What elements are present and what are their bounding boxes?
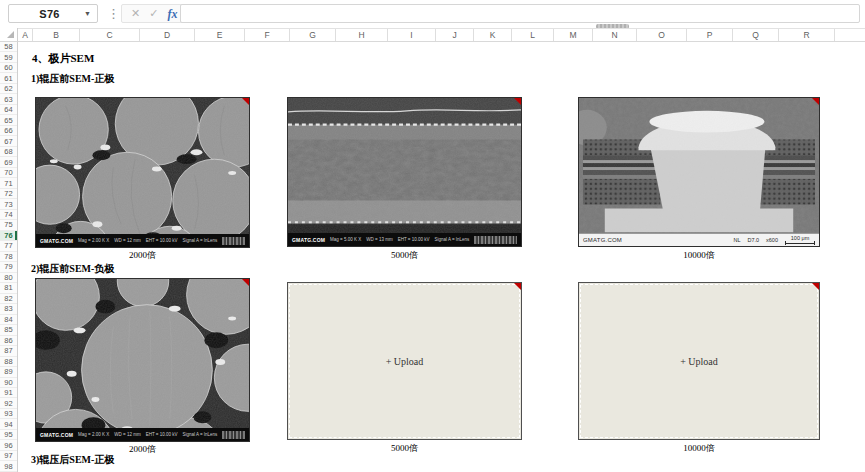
row-header[interactable]: 76 (0, 231, 17, 241)
row-header[interactable]: 64 (0, 105, 17, 115)
row-header[interactable]: 86 (0, 336, 17, 346)
caption-5000x: 5000倍 (287, 442, 522, 455)
spreadsheet-app: S76 ▼ ⋮ ✕ ✓ fx ABCDEFGHIJKLMNOPQR 585960… (0, 0, 865, 472)
watermark (222, 431, 245, 439)
row-header[interactable]: 95 (0, 430, 17, 440)
sem-image-pre-roll-positive-5000x[interactable]: GMATG.COM Mag = 5.00 K X WD = 13 mm EHT … (287, 97, 522, 247)
column-header[interactable]: A (18, 29, 33, 41)
column-header[interactable]: P (687, 29, 733, 41)
row-header[interactable]: 72 (0, 189, 17, 199)
row-header[interactable]: 92 (0, 398, 17, 408)
row-header[interactable]: 83 (0, 304, 17, 314)
column-header[interactable]: G (290, 29, 336, 41)
sem-nl-label: NL (733, 237, 740, 243)
upload-placeholder-5000x[interactable]: + Upload (287, 282, 522, 440)
row-header[interactable]: 59 (0, 52, 17, 62)
cancel-entry-button[interactable]: ✕ (131, 8, 140, 19)
row-header[interactable]: 94 (0, 419, 17, 429)
sem-image-pre-roll-negative-2000x[interactable]: GMATG.COM Mag = 2.00 K X WD = 12 mm EHT … (35, 278, 250, 442)
column-header[interactable]: N (593, 29, 637, 41)
row-headers: 5859606162636465666768697071727374757677… (0, 42, 18, 472)
row-header[interactable]: 70 (0, 168, 17, 178)
column-header[interactable]: B (33, 29, 80, 41)
column-header[interactable]: J (436, 29, 474, 41)
sem-info-bar: GMATG.COM Mag = 2.00 K X WD = 12 mm EHT … (36, 428, 249, 441)
sem-info-bar: GMATG.COM Mag = 2.00 K X WD = 12 mm EHT … (36, 234, 249, 247)
sem-wd-label: WD = 13 mm (366, 237, 392, 242)
row-header[interactable]: 60 (0, 63, 17, 73)
row-header[interactable]: 58 (0, 42, 17, 52)
column-header[interactable]: D (140, 29, 195, 41)
column-header[interactable]: K (474, 29, 512, 41)
row-header[interactable]: 97 (0, 451, 17, 461)
row-header[interactable]: 88 (0, 357, 17, 367)
row-header[interactable]: 71 (0, 178, 17, 188)
row-header[interactable]: 74 (0, 210, 17, 220)
row-header[interactable]: 80 (0, 273, 17, 283)
column-header[interactable]: I (388, 29, 436, 41)
column-header[interactable]: L (512, 29, 554, 41)
confirm-entry-button[interactable]: ✓ (149, 8, 158, 19)
column-header[interactable]: O (637, 29, 687, 41)
comment-indicator-icon (242, 98, 249, 105)
row-header[interactable]: 98 (0, 461, 17, 471)
sem-settings-group: NL D7.0 x600 100 μm (733, 236, 815, 244)
sem-image-pre-roll-positive-2000x[interactable]: GMATG.COM Mag = 2.00 K X WD = 12 mm EHT … (35, 97, 250, 248)
row-header[interactable]: 78 (0, 252, 17, 262)
row-header[interactable]: 62 (0, 84, 17, 94)
upload-label: + Upload (386, 356, 424, 367)
row-header[interactable]: 91 (0, 388, 17, 398)
row-header[interactable]: 84 (0, 315, 17, 325)
name-box-dropdown-icon[interactable]: ▼ (84, 10, 91, 17)
row-header[interactable]: 68 (0, 147, 17, 157)
upload-placeholder-10000x[interactable]: + Upload (578, 282, 820, 440)
row-header[interactable]: 69 (0, 157, 17, 167)
column-header[interactable]: H (336, 29, 388, 41)
comment-indicator-icon (242, 279, 249, 286)
row-header[interactable]: 82 (0, 294, 17, 304)
row-header[interactable]: 79 (0, 262, 17, 272)
row-header[interactable]: 93 (0, 409, 17, 419)
comment-indicator-icon (812, 98, 819, 105)
row-header[interactable]: 66 (0, 126, 17, 136)
row-header[interactable]: 67 (0, 136, 17, 146)
row-header[interactable]: 96 (0, 440, 17, 450)
row-header[interactable]: 87 (0, 346, 17, 356)
column-header[interactable]: E (195, 29, 245, 41)
name-box[interactable]: S76 ▼ (8, 4, 98, 23)
column-header[interactable]: F (245, 29, 290, 41)
insert-function-button[interactable]: fx (167, 8, 177, 20)
row-header[interactable]: 73 (0, 199, 17, 209)
row-header[interactable]: 65 (0, 115, 17, 125)
more-options-icon[interactable]: ⋮ (107, 5, 120, 22)
row-header[interactable]: 63 (0, 94, 17, 104)
sem-mag-label: Mag = 2.00 K X (78, 238, 109, 243)
row-header[interactable]: 89 (0, 367, 17, 377)
sem-mag-label: x600 (766, 237, 778, 243)
sem-brand-label: GMATG.COM (40, 238, 73, 244)
row-header[interactable]: 85 (0, 325, 17, 335)
column-header[interactable]: M (554, 29, 593, 41)
sem-micrograph-particles (36, 98, 249, 247)
formula-bar-input[interactable] (180, 4, 860, 23)
sem-signal-label: Signal A = InLens (434, 237, 469, 242)
upload-label: + Upload (680, 356, 718, 367)
watermark (222, 237, 245, 245)
column-header[interactable]: R (779, 29, 835, 41)
watermark (474, 236, 517, 244)
row-header[interactable]: 90 (0, 378, 17, 388)
sem-micrograph-large-particle (36, 279, 249, 441)
subsection-1-title: 1)辊压前SEM-正极 (31, 72, 114, 86)
sem-image-pre-roll-positive-10000x[interactable]: GMATG.COM NL D7.0 x600 100 μm (578, 97, 820, 247)
row-header[interactable]: 81 (0, 283, 17, 293)
column-header[interactable]: Q (733, 29, 779, 41)
caption-2000x: 2000倍 (35, 249, 250, 262)
sem-signal-label: Signal A = InLens (182, 432, 217, 437)
row-header[interactable]: 75 (0, 220, 17, 230)
column-header[interactable]: C (80, 29, 140, 41)
row-header[interactable]: 77 (0, 241, 17, 251)
select-all-corner[interactable] (0, 28, 18, 42)
caption-10000x: 10000倍 (578, 249, 820, 262)
sem-signal-label: Signal A = InLens (182, 238, 217, 243)
row-header[interactable]: 61 (0, 73, 17, 83)
